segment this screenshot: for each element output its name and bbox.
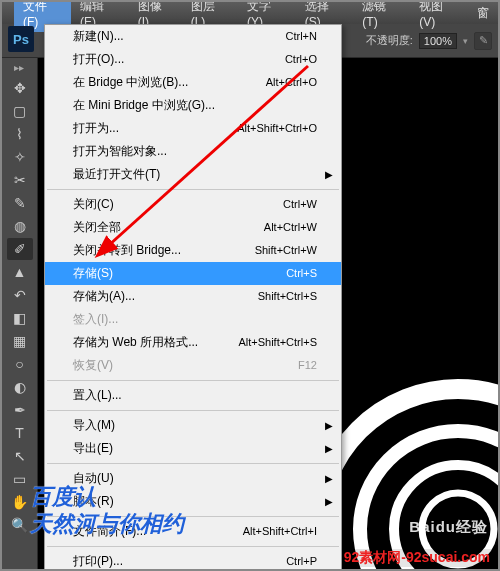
- menu-item-label: 打印(P)...: [73, 553, 123, 570]
- menu-item-shortcut: Alt+Shift+Ctrl+O: [237, 120, 317, 137]
- menu-item-shortcut: Alt+Shift+Ctrl+S: [238, 334, 317, 351]
- gradient-tool[interactable]: ▦: [7, 330, 33, 352]
- menu-item-shortcut: Alt+Ctrl+W: [264, 219, 317, 236]
- watermark-line2: 天然河与你相约: [30, 511, 184, 537]
- menubar-item[interactable]: 窗: [468, 2, 498, 25]
- chevron-right-icon: ▶: [325, 166, 333, 183]
- baidu-watermark: Baidu经验: [409, 518, 488, 537]
- hand-tool[interactable]: ✋: [7, 491, 33, 513]
- menu-item-label: 在 Bridge 中浏览(B)...: [73, 74, 188, 91]
- menubar: 文件(F)编辑(E)图像(I)图层(L)文字(Y)选择(S)滤镜(T)视图(V)…: [2, 2, 498, 24]
- watermark-text: 百度认 天然河与你相约: [30, 484, 184, 537]
- eraser-tool[interactable]: ◧: [7, 307, 33, 329]
- menu-item[interactable]: 打开为智能对象...: [45, 140, 341, 163]
- chevron-right-icon: ▶: [325, 470, 333, 487]
- pen-tool[interactable]: ✒: [7, 399, 33, 421]
- menu-item-shortcut: Ctrl+O: [285, 51, 317, 68]
- dropdown-icon[interactable]: ▾: [463, 36, 468, 46]
- menu-item: 恢复(V)F12: [45, 354, 341, 377]
- menu-item[interactable]: 在 Bridge 中浏览(B)...Alt+Ctrl+O: [45, 71, 341, 94]
- path-tool[interactable]: ↖: [7, 445, 33, 467]
- menu-item-shortcut: Ctrl+W: [283, 196, 317, 213]
- wand-tool[interactable]: ✧: [7, 146, 33, 168]
- menu-item[interactable]: 关闭全部Alt+Ctrl+W: [45, 216, 341, 239]
- svg-point-0: [318, 389, 498, 569]
- menu-item-label: 最近打开文件(T): [73, 166, 160, 183]
- menu-item-shortcut: Ctrl+P: [286, 553, 317, 570]
- menu-item-shortcut: Shift+Ctrl+S: [258, 288, 317, 305]
- menu-item-label: 新建(N)...: [73, 28, 124, 45]
- menu-item[interactable]: 打印(P)...Ctrl+P: [45, 550, 341, 571]
- menu-item[interactable]: 新建(N)...Ctrl+N: [45, 25, 341, 48]
- sucai-watermark: 92素材网-92sucai.com: [342, 549, 492, 567]
- menu-item[interactable]: 导出(E)▶: [45, 437, 341, 460]
- menu-separator: [47, 463, 339, 464]
- menu-item-shortcut: Alt+Ctrl+O: [266, 74, 317, 91]
- blur-tool[interactable]: ○: [7, 353, 33, 375]
- menu-separator: [47, 410, 339, 411]
- marquee-tool[interactable]: ▢: [7, 100, 33, 122]
- zoom-tool[interactable]: 🔍: [7, 514, 33, 536]
- menubar-item[interactable]: 滤镜(T): [353, 0, 410, 32]
- menu-item-shortcut: Shift+Ctrl+W: [255, 242, 317, 259]
- chevron-right-icon: ▶: [325, 417, 333, 434]
- menubar-item[interactable]: 视图(V): [410, 0, 468, 32]
- stamp-tool[interactable]: ▲: [7, 261, 33, 283]
- eyedropper-tool[interactable]: ✎: [7, 192, 33, 214]
- menu-item[interactable]: 在 Mini Bridge 中浏览(G)...: [45, 94, 341, 117]
- menu-item[interactable]: 最近打开文件(T)▶: [45, 163, 341, 186]
- menu-item[interactable]: 存储为(A)...Shift+Ctrl+S: [45, 285, 341, 308]
- menu-item[interactable]: 打开为...Alt+Shift+Ctrl+O: [45, 117, 341, 140]
- menu-item[interactable]: 存储(S)Ctrl+S: [45, 262, 341, 285]
- menu-item-label: 在 Mini Bridge 中浏览(G)...: [73, 97, 215, 114]
- heal-tool[interactable]: ◍: [7, 215, 33, 237]
- menu-item-label: 打开(O)...: [73, 51, 124, 68]
- menu-item-shortcut: Ctrl+S: [286, 265, 317, 282]
- gear-icon[interactable]: ✎: [474, 32, 492, 50]
- menu-item-label: 导出(E): [73, 440, 113, 457]
- menu-item-label: 存储为 Web 所用格式...: [73, 334, 198, 351]
- watermark-line1: 百度认: [30, 484, 184, 510]
- menu-item-label: 关闭全部: [73, 219, 121, 236]
- menu-item[interactable]: 关闭并转到 Bridge...Shift+Ctrl+W: [45, 239, 341, 262]
- menu-item-label: 打开为...: [73, 120, 119, 137]
- menu-item-label: 导入(M): [73, 417, 115, 434]
- chevron-right-icon: ▶: [325, 493, 333, 510]
- menu-item-label: 恢复(V): [73, 357, 113, 374]
- opacity-input[interactable]: 100%: [419, 33, 457, 49]
- menu-item: 签入(I)...: [45, 308, 341, 331]
- menu-item-label: 存储为(A)...: [73, 288, 135, 305]
- menu-item-shortcut: Ctrl+N: [286, 28, 317, 45]
- brush-tool[interactable]: ✐: [7, 238, 33, 260]
- app-logo: Ps: [8, 26, 34, 52]
- lasso-tool[interactable]: ⌇: [7, 123, 33, 145]
- menu-separator: [47, 380, 339, 381]
- shape-tool[interactable]: ▭: [7, 468, 33, 490]
- menu-item[interactable]: 打开(O)...Ctrl+O: [45, 48, 341, 71]
- menu-separator: [47, 189, 339, 190]
- move-tool[interactable]: ✥: [7, 77, 33, 99]
- menu-item[interactable]: 存储为 Web 所用格式...Alt+Shift+Ctrl+S: [45, 331, 341, 354]
- menu-item-label: 打开为智能对象...: [73, 143, 167, 160]
- menu-item-label: 存储(S): [73, 265, 113, 282]
- menu-separator: [47, 546, 339, 547]
- menu-item-shortcut: Alt+Shift+Ctrl+I: [243, 523, 317, 540]
- chevron-right-icon: ▶: [325, 440, 333, 457]
- opacity-label: 不透明度:: [366, 33, 413, 48]
- menu-item[interactable]: 关闭(C)Ctrl+W: [45, 193, 341, 216]
- menu-item-label: 签入(I)...: [73, 311, 118, 328]
- dodge-tool[interactable]: ◐: [7, 376, 33, 398]
- menu-item-shortcut: F12: [298, 357, 317, 374]
- menu-item-label: 置入(L)...: [73, 387, 122, 404]
- menu-item[interactable]: 导入(M)▶: [45, 414, 341, 437]
- menu-item-label: 关闭并转到 Bridge...: [73, 242, 181, 259]
- menu-item-label: 关闭(C): [73, 196, 114, 213]
- history-brush-tool[interactable]: ↶: [7, 284, 33, 306]
- menu-item[interactable]: 置入(L)...: [45, 384, 341, 407]
- expand-grip-icon[interactable]: ▸▸: [14, 62, 26, 72]
- crop-tool[interactable]: ✂: [7, 169, 33, 191]
- type-tool[interactable]: T: [7, 422, 33, 444]
